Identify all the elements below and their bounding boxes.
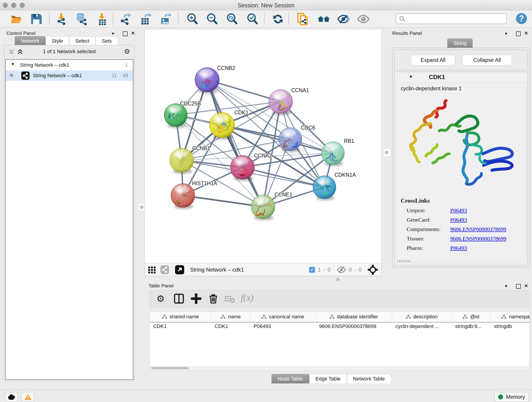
column-header-description[interactable]: description [392,312,452,322]
table-tabs: Node TableEdge TableNetwork Table [272,374,391,383]
control-panel-close-icon[interactable]: ✕ [131,31,135,36]
node-label-RB1[interactable]: RB1 [344,138,354,144]
table-cell[interactable]: stringdb [490,323,530,329]
tab-select[interactable]: Select [69,36,95,46]
show-all-icon[interactable] [357,13,370,26]
node-label-CDC6[interactable]: CDC6 [301,125,315,131]
crosslink-label: Compartments: [407,226,441,232]
column-type-icon [405,314,411,319]
tab-edge-table[interactable]: Edge Table [309,374,347,383]
grid-view-icon[interactable] [148,266,156,274]
node-label-CCNE1[interactable]: CCNE1 [274,191,292,198]
import-network-icon[interactable] [56,13,69,26]
results-entry-cdk1: ▼ CDK1 cyclin-dependent kinase 1 [394,72,528,265]
network-edge-count: 48 [123,73,128,79]
column-header-@id[interactable]: @id [451,312,491,322]
crosslink-link[interactable]: P06493 [450,245,467,251]
table-cell[interactable]: CDK1 [211,323,250,329]
network-view-panel: CCNB2CCNA1CDC25BCDK1CDC6RB1CCNB1CCNA2CDK… [144,29,382,276]
share-view-icon[interactable] [160,265,169,274]
birds-eye-icon[interactable] [368,265,378,275]
hide-selected-icon[interactable] [337,13,350,26]
memory-button[interactable]: Memory [494,392,529,402]
open-session-icon[interactable] [10,13,22,26]
search-input[interactable] [408,14,503,22]
node-label-CCNA2[interactable]: CCNA2 [254,153,272,159]
node-table[interactable]: shared namenamecanonical namedatabase id… [149,311,530,367]
save-session-icon[interactable] [30,13,43,26]
copy-network-icon[interactable] [297,13,309,26]
table-cell[interactable]: P06493 [250,323,316,329]
collection-expander-icon[interactable]: ▼ [11,62,15,67]
node-label-CDK1[interactable]: CDK1 [234,109,248,115]
control-panel-float-icon[interactable] [123,32,128,36]
table-cell[interactable]: stringdb:9... [451,323,490,329]
collection-label: String Network – cdk1 [20,62,69,68]
zoom-fit-icon[interactable] [226,13,239,26]
table-cell[interactable]: cyclin-dependent ... [392,323,451,329]
network-view-title: String Network – cdk1 [190,267,244,273]
bottom-splitter-handle[interactable] [335,276,341,281]
table-settings-gear-icon[interactable]: ⚙ [157,293,167,304]
tab-string[interactable]: String [447,38,473,48]
right-splitter-handle[interactable] [383,149,390,156]
export-table-icon[interactable] [139,13,152,26]
tab-node-table[interactable]: Node Table [272,374,309,383]
network-collection-row[interactable]: ▼ String Network – cdk1 1 [6,60,133,70]
entry-hscroll-thumb[interactable] [397,260,411,262]
add-column-icon[interactable] [191,293,201,304]
import-database-icon[interactable] [75,13,88,26]
table-panel-float-icon[interactable] [516,284,521,289]
zoom-in-icon[interactable] [186,13,199,26]
expand-all-button[interactable]: Expand All [411,55,455,65]
open-in-window-icon[interactable] [175,265,184,274]
export-network-icon[interactable] [119,13,132,26]
crosslink-link[interactable]: 9606.ENSP00000378699 [450,226,506,232]
warning-button[interactable] [22,392,34,402]
table-hscrollbar[interactable] [149,366,530,370]
node-label-CCNA1[interactable]: CCNA1 [291,87,309,93]
home-icon[interactable] [317,13,330,26]
table-hscroll-thumb[interactable] [151,367,189,369]
crosslink-link[interactable]: P06493 [450,217,467,223]
network-row[interactable]: String Network – cdk1 11 48 [6,70,133,81]
node-label-CDKN1A[interactable]: CDKN1A [335,172,356,178]
crosslink-link[interactable]: 9606.ENSP00000378699 [450,236,506,242]
delete-column-icon[interactable] [208,293,219,304]
table-panel-menu-icon[interactable]: ▾ [505,283,507,289]
zoom-out-icon[interactable] [206,13,219,26]
column-header-canonical-name[interactable]: canonical name [250,312,316,322]
node-label-HIST1H1A[interactable]: HIST1H1A [192,180,217,186]
tab-style[interactable]: Style [46,36,69,46]
column-header-shared-name[interactable]: shared name [150,312,211,322]
node-label-CCNB2[interactable]: CCNB2 [217,65,235,71]
import-table-icon[interactable] [96,13,109,26]
tab-sets[interactable]: Sets [95,36,118,46]
gear-icon[interactable]: ⚙ [124,47,130,56]
table-cell[interactable]: 9606.ENSP00000378699 [316,323,392,329]
collapse-all-button[interactable]: Collapse All [462,55,512,65]
results-panel-menu-icon[interactable]: ▾ [505,31,507,36]
zoom-selected-icon[interactable] [246,13,259,26]
table-panel-close-icon[interactable]: ✕ [524,283,528,288]
refresh-icon[interactable] [272,13,284,26]
column-header-database-identifier[interactable]: database identifier [316,312,392,322]
export-image-icon[interactable] [159,13,172,26]
entry-expander-icon[interactable]: ▼ [409,74,413,79]
help-icon[interactable]: ? [516,13,527,24]
results-panel-close-icon[interactable]: ✕ [524,31,528,36]
column-header-name[interactable]: name [211,312,250,322]
crosslink-link[interactable]: P06493 [450,207,467,214]
control-panel-menu-icon[interactable]: ▾ [112,31,114,36]
show-columns-icon[interactable] [174,293,184,304]
selected-checkbox-icon[interactable]: ✓ [309,267,315,273]
node-label-CDC25B[interactable]: CDC25B [180,101,201,107]
results-panel-float-icon[interactable] [516,32,521,36]
cloud-button[interactable] [5,392,18,402]
network-canvas[interactable]: CCNB2CCNA1CDC25BCDK1CDC6RB1CCNB1CCNA2CDK… [145,29,381,263]
tab-network[interactable]: Network [15,36,46,46]
tab-network-table[interactable]: Network Table [347,374,391,383]
node-label-CCNB1[interactable]: CCNB1 [192,145,210,151]
table-cell[interactable]: CDK1 [150,323,211,329]
column-header-namespac[interactable]: namespac [490,312,530,322]
